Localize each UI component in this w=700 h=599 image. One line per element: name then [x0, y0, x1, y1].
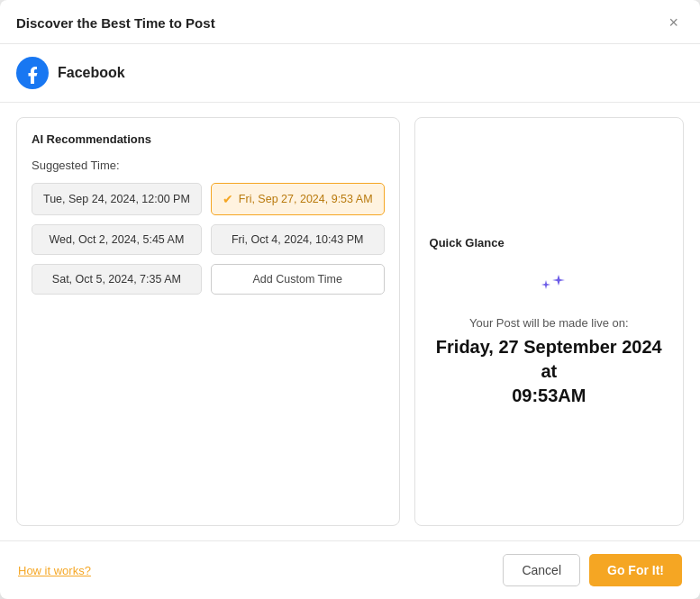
dialog: Discover the Best Time to Post × Faceboo…	[0, 0, 700, 599]
time-grid: Tue, Sep 24, 2024, 12:00 PM ✔ Fri, Sep 2…	[32, 183, 385, 295]
sparkle-icon	[526, 262, 571, 307]
cancel-button[interactable]: Cancel	[503, 554, 580, 586]
platform-name: Facebook	[58, 65, 125, 81]
time-option-2[interactable]: ✔ Fri, Sep 27, 2024, 9:53 AM	[211, 183, 385, 215]
check-icon: ✔	[223, 192, 233, 206]
add-custom-button[interactable]: Add Custom Time	[211, 264, 385, 295]
dialog-header: Discover the Best Time to Post ×	[0, 0, 700, 44]
time-option-4[interactable]: Fri, Oct 4, 2024, 10:43 PM	[211, 224, 385, 255]
ai-panel-heading: AI Recommendations	[32, 132, 385, 146]
footer-buttons: Cancel Go For It!	[503, 554, 682, 586]
time-option-2-label: Fri, Sep 27, 2024, 9:53 AM	[239, 193, 373, 205]
how-it-works-link[interactable]: How it works?	[18, 564, 91, 577]
quick-glance-heading: Quick Glance	[430, 236, 505, 250]
dialog-title: Discover the Best Time to Post	[16, 15, 215, 31]
suggested-label: Suggested Time:	[32, 159, 385, 172]
quick-glance-panel: Quick Glance Your Post will be made live…	[414, 117, 684, 526]
time-option-5[interactable]: Sat, Oct 5, 2024, 7:35 AM	[32, 264, 202, 295]
dialog-footer: How it works? Cancel Go For It!	[0, 540, 700, 599]
facebook-icon	[16, 57, 49, 89]
platform-row: Facebook	[0, 44, 700, 103]
time-option-1[interactable]: Tue, Sep 24, 2024, 12:00 PM	[32, 183, 202, 215]
time-option-3[interactable]: Wed, Oct 2, 2024, 5:45 AM	[32, 224, 202, 255]
quick-glance-date: Friday, 27 September 2024 at 09:53AM	[430, 335, 668, 408]
panels-row: AI Recommendations Suggested Time: Tue, …	[0, 103, 700, 540]
ai-panel: AI Recommendations Suggested Time: Tue, …	[16, 117, 400, 526]
quick-glance-subtext: Your Post will be made live on:	[469, 316, 629, 330]
go-for-it-button[interactable]: Go For It!	[589, 554, 682, 586]
close-button[interactable]: ×	[663, 13, 684, 32]
